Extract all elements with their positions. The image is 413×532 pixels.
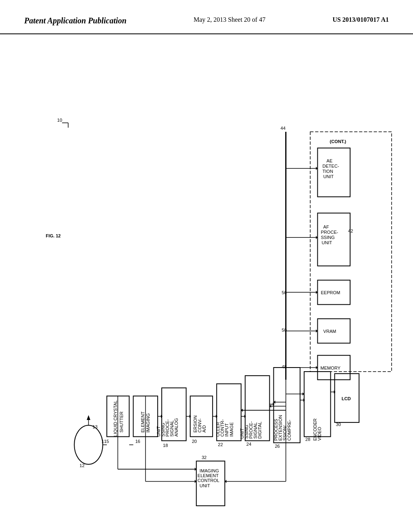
dsp-label2: SIGNAL	[253, 422, 258, 439]
eeprom-label: EEPROM	[321, 290, 340, 295]
label-13: 13	[93, 424, 98, 429]
analog-label1: ANALOG	[174, 418, 179, 436]
comp-label3: EXTENSION	[278, 415, 283, 441]
ad-label3: ERSION	[193, 416, 198, 432]
af-label3: SSING	[321, 235, 334, 240]
comp-label1: COMPRE-	[287, 420, 292, 441]
patent-number: US 2013/0107017 A1	[332, 16, 389, 23]
label-16: 16	[135, 439, 140, 444]
label-24: 24	[246, 442, 251, 447]
analog-label4: SSING	[161, 423, 165, 436]
ad-label1: A/D	[202, 425, 206, 432]
label-28: 28	[305, 437, 310, 442]
analog-label3: PROCE-	[165, 419, 170, 436]
img-ctrl-label4: UNIT	[200, 483, 210, 488]
lens-element	[74, 425, 103, 464]
sheet-info: May 2, 2013 Sheet 20 of 47	[194, 16, 265, 23]
diagram-area: FIG. 12 10 12 13 SHUTTER LIQUID CRYSTAL …	[0, 34, 413, 518]
dsp-label1: DIGITAL	[257, 422, 262, 438]
label-50: 50	[282, 328, 287, 332]
analog-label5: UNIT	[156, 426, 161, 436]
imaging-element-label2: ELEMENT	[140, 411, 145, 433]
label-12: 12	[79, 463, 84, 468]
label-10: 10	[57, 118, 62, 123]
ad-label2: CONV-	[197, 418, 202, 432]
comp-label4: PROCESS	[273, 419, 278, 441]
img-ctrl-label2: ELEMENT	[198, 473, 219, 478]
page-header: Patent Application Publication May 2, 20…	[0, 0, 413, 34]
video-label1: VIDEO	[317, 427, 322, 441]
label-48: 48	[282, 364, 287, 369]
lc-shutter-label: SHUTTER	[119, 411, 124, 432]
publication-title: Patent Application Publication	[24, 16, 127, 25]
label-32: 32	[202, 455, 206, 460]
figure-label: FIG. 12	[46, 233, 61, 238]
ae-label2: DETEC-	[322, 164, 339, 168]
img-input-label3: CONTR-	[220, 419, 225, 436]
img-input-label1: IMAGE	[229, 422, 234, 437]
cont-label: (CONT.)	[330, 139, 346, 144]
label-44: 44	[281, 126, 286, 131]
ae-label3: TION	[322, 169, 333, 174]
imaging-element-label: IMAGING	[146, 413, 150, 432]
patent-diagram: FIG. 12 10 12 13 SHUTTER LIQUID CRYSTAL …	[8, 42, 405, 510]
label-20: 20	[192, 439, 197, 444]
label-56: 56	[282, 290, 287, 295]
analog-label2: SIGNAL	[169, 420, 174, 437]
img-ctrl-label1: IMAGING	[200, 468, 219, 473]
dsp-label3: PROCE-	[248, 421, 253, 438]
label-18: 18	[163, 443, 168, 448]
af-label4: UNIT	[321, 240, 332, 245]
label-30: 30	[336, 422, 341, 427]
comp-label2: SSION/	[282, 425, 287, 441]
af-label2: PROCE-	[321, 230, 338, 235]
label-26: 26	[275, 444, 280, 449]
af-label1: AF	[323, 224, 329, 229]
img-input-label2: INPUT	[224, 423, 229, 436]
ae-label4: UNIT	[323, 174, 334, 179]
img-ctrl-label3: CONTROL	[198, 478, 219, 483]
label-22: 22	[218, 442, 223, 447]
img-input-label4: OLLER	[215, 422, 220, 436]
label-42: 42	[348, 229, 353, 233]
dsp-label4: SSING	[244, 425, 249, 438]
vram-label: VRAM	[323, 329, 336, 334]
dsp-label5: UNIT	[240, 428, 244, 438]
video-label2: ENCODER	[313, 418, 317, 441]
label-115: 115	[102, 439, 109, 444]
memory-label: MEMORY	[320, 366, 340, 370]
lc-crystal-label: LIQUID CRYSTAL	[113, 400, 118, 436]
lcd-label: LCD	[342, 396, 351, 401]
ae-label1: AE	[327, 158, 333, 163]
